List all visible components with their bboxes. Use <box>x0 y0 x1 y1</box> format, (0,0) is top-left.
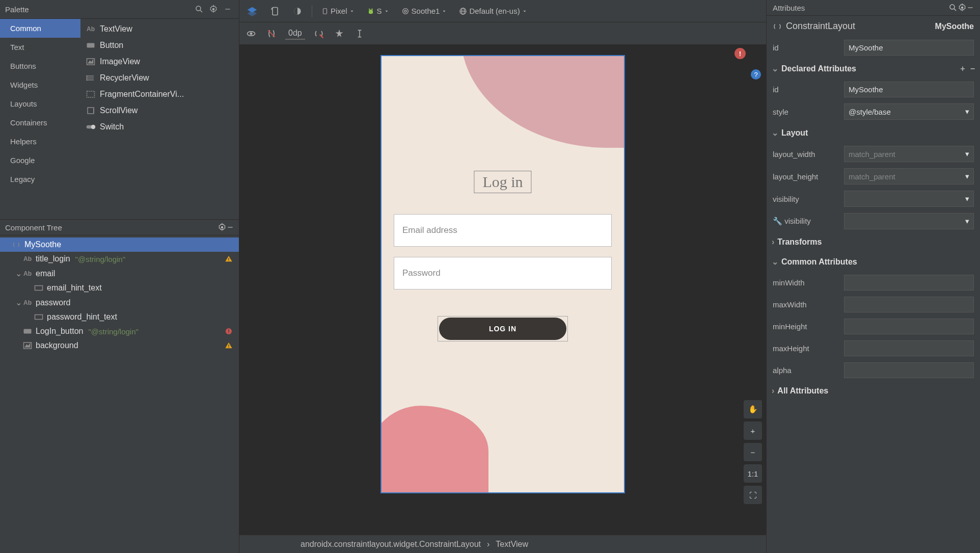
section-layout[interactable]: ⌄ Layout <box>767 123 980 143</box>
default-margins[interactable]: 0dp <box>285 28 305 40</box>
palette-category-widgets[interactable]: Widgets <box>0 75 80 94</box>
zoom-1to1-icon[interactable]: 1:1 <box>744 464 762 483</box>
tree-node-mysoothe[interactable]: MySoothe <box>0 238 239 252</box>
orientation-icon[interactable] <box>267 4 283 18</box>
device-picker[interactable]: Pixel <box>318 4 358 18</box>
search-icon[interactable] <box>193 3 205 15</box>
svg-rect-21 <box>228 258 229 260</box>
svg-rect-27 <box>228 329 229 332</box>
infer-constraints-icon[interactable] <box>333 27 346 40</box>
chevron-down-icon: ▾ <box>965 194 969 203</box>
chevron-right-icon: › <box>772 386 774 396</box>
search-icon[interactable] <box>948 3 958 12</box>
locale-picker[interactable]: Default (en-us) <box>456 5 530 17</box>
attr-input-maxHeight[interactable] <box>844 340 974 356</box>
palette-items: AbTextViewButtonImageViewRecyclerViewFra… <box>80 19 239 189</box>
attr-row-visibility: visibility▾ <box>767 188 980 210</box>
gear-icon[interactable] <box>958 3 967 12</box>
palette-category-containers[interactable]: Containers <box>0 113 80 132</box>
preview-login-button[interactable]: LOG IN <box>439 318 566 340</box>
attr-input-id[interactable] <box>844 82 974 97</box>
tree-node-email[interactable]: ⌄Abemail <box>0 266 239 281</box>
preview-email-field[interactable]: Email address <box>394 214 612 247</box>
attr-select-visibility[interactable]: ▾ <box>844 213 974 229</box>
attr-row-layout_height: layout_heightmatch_parent▾ <box>767 165 980 188</box>
preview-title-login[interactable]: Log in <box>474 171 531 193</box>
attr-select-visibility[interactable]: ▾ <box>844 191 974 207</box>
button-icon <box>22 328 33 335</box>
autoconnect-icon[interactable] <box>265 27 278 40</box>
minimize-icon[interactable] <box>222 3 234 15</box>
palette-item-scrollview[interactable]: ScrollView <box>80 102 239 119</box>
pan-tool-icon[interactable]: ✋ <box>744 400 762 418</box>
guidelines-icon[interactable] <box>353 27 366 40</box>
add-attr-icon[interactable]: + <box>960 64 965 73</box>
attr-select-style[interactable]: @style/base▾ <box>844 103 974 120</box>
view-options-icon[interactable] <box>244 27 258 40</box>
zoom-in-icon[interactable]: + <box>744 422 762 440</box>
attr-input-maxWidth[interactable] <box>844 297 974 312</box>
palette-item-switch[interactable]: Switch <box>80 119 239 135</box>
help-badge[interactable]: ? <box>751 69 761 80</box>
tree-node-email_hint_text[interactable]: email_hint_text <box>0 281 239 295</box>
api-picker[interactable]: S <box>364 5 392 17</box>
attr-row-maxWidth: maxWidth <box>767 294 980 315</box>
layers-icon[interactable] <box>243 4 261 19</box>
attr-select-layout_height[interactable]: match_parent▾ <box>844 168 974 185</box>
svg-rect-36 <box>273 7 278 15</box>
zoom-out-icon[interactable]: − <box>744 443 762 461</box>
minimize-icon[interactable] <box>967 4 974 11</box>
section-all-attributes[interactable]: › All Attributes <box>767 381 980 401</box>
attr-input-minHeight[interactable] <box>844 319 974 334</box>
preview-decoration-top <box>461 55 625 148</box>
night-mode-icon[interactable] <box>289 4 306 18</box>
remove-attr-icon[interactable]: − <box>970 64 975 73</box>
palette-item-recyclerview[interactable]: RecyclerView <box>80 70 239 86</box>
tree-node-background[interactable]: background <box>0 338 239 353</box>
palette-item-textview[interactable]: AbTextView <box>80 21 239 37</box>
zoom-fit-icon[interactable]: ⛶ <box>744 486 762 504</box>
palette-category-helpers[interactable]: Helpers <box>0 132 80 151</box>
svg-point-60 <box>961 7 964 9</box>
tree-node-title_login[interactable]: Abtitle_login"@string/login" <box>0 252 239 266</box>
theme-picker[interactable]: Soothe1 <box>398 5 450 17</box>
recycler-icon <box>86 73 96 83</box>
section-common-attributes[interactable]: ⌄ Common Attributes <box>767 252 980 272</box>
attr-input-minWidth[interactable] <box>844 275 974 291</box>
attr-id-input[interactable] <box>844 40 974 56</box>
preview-password-field[interactable]: Password <box>394 257 612 289</box>
svg-line-53 <box>319 34 323 38</box>
clear-constraints-icon[interactable] <box>312 27 325 40</box>
breadcrumb-item[interactable]: androidx.constraintlayout.widget.Constra… <box>301 540 481 549</box>
attr-row-minWidth: minWidth <box>767 272 980 294</box>
palette-item-button[interactable]: Button <box>80 37 239 54</box>
section-transforms[interactable]: › Transforms <box>767 232 980 252</box>
gear-icon[interactable] <box>217 223 227 232</box>
component-tree-header: Component Tree <box>0 219 239 235</box>
attr-select-layout_width[interactable]: match_parent▾ <box>844 146 974 162</box>
canvas-area[interactable]: ! ? Log in Email address Password LOG IN… <box>239 45 766 535</box>
attr-input-alpha[interactable] <box>844 362 974 378</box>
palette-category-legacy[interactable]: Legacy <box>0 170 80 189</box>
tree-node-login_button[interactable]: LogIn_button"@string/login" <box>0 324 239 338</box>
svg-point-2 <box>212 8 215 11</box>
tree-node-password_hint_text[interactable]: password_hint_text <box>0 310 239 324</box>
gear-icon[interactable] <box>207 3 220 15</box>
error-badge[interactable]: ! <box>734 48 746 59</box>
button-icon <box>86 40 96 50</box>
tree-node-password[interactable]: ⌄Abpassword <box>0 295 239 310</box>
svg-point-17 <box>91 125 95 129</box>
section-declared-attributes[interactable]: ⌄ Declared Attributes +− <box>767 59 980 78</box>
device-preview[interactable]: Log in Email address Password LOG IN <box>380 55 625 493</box>
palette-item-imageview[interactable]: ImageView <box>80 54 239 70</box>
palette-category-layouts[interactable]: Layouts <box>0 94 80 113</box>
palette-category-common[interactable]: Common <box>0 19 80 38</box>
minimize-icon[interactable] <box>227 224 234 231</box>
palette-category-text[interactable]: Text <box>0 38 80 57</box>
palette-category-google[interactable]: Google <box>0 151 80 170</box>
svg-point-44 <box>404 10 406 12</box>
palette-category-buttons[interactable]: Buttons <box>0 57 80 75</box>
breadcrumb-item[interactable]: TextView <box>496 540 528 549</box>
preview-login-button-wrap[interactable]: LOG IN <box>438 316 568 341</box>
palette-item-fragmentcontainervi...[interactable]: FragmentContainerVi... <box>80 86 239 102</box>
